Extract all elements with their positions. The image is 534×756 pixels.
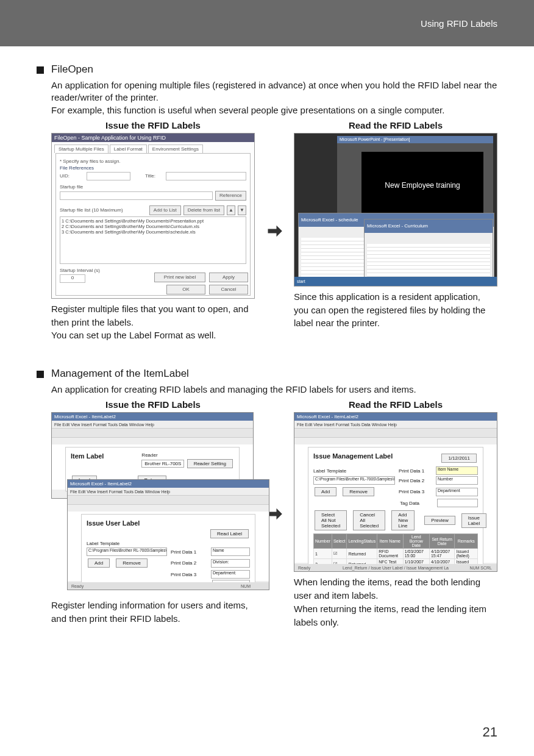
- uid-label: UID:: [60, 173, 84, 179]
- excel-management-window: Microsoft Excel - ItemLabel2 File Edit V…: [294, 412, 497, 572]
- template-path[interactable]: C:\Program Files\Brother RL-700S\Samples…: [87, 547, 167, 556]
- table-header: Number: [314, 534, 332, 549]
- move-up-button[interactable]: ▲: [227, 205, 235, 215]
- table-header: LendingStatus: [347, 534, 377, 549]
- add-line-button[interactable]: Add New Line: [391, 510, 415, 530]
- remove-button[interactable]: Remove: [343, 487, 374, 496]
- section-itemlabel: Management of the ItemLabel: [37, 368, 497, 380]
- xwin-b-title: Microsoft Excel - ItemLabel2: [68, 480, 269, 488]
- tab-labelformat[interactable]: Label Format: [110, 144, 147, 153]
- file-listbox[interactable]: 1 C:\Documents and Settings\Brother\My D…: [60, 216, 246, 264]
- reader-label: Reader: [141, 452, 234, 458]
- pd1-label: Print Data 1: [399, 468, 432, 474]
- read-label-button[interactable]: Read Label: [210, 529, 249, 538]
- header-title: Using RFID Labels: [421, 18, 497, 29]
- user-label-heading: Issue User Label: [87, 519, 250, 527]
- remove-button[interactable]: Remove: [116, 558, 148, 568]
- title-label: Title:: [145, 173, 163, 179]
- excel-stack-thumb: Microsoft Excel - ItemLabel2 File Edit V…: [51, 412, 255, 595]
- file-ref-group: File References: [60, 165, 246, 171]
- preview-button[interactable]: Preview: [424, 516, 455, 525]
- mgmt-label-heading: Issue Management Label: [313, 452, 393, 464]
- tab-startup[interactable]: Startup Multiple Files: [54, 144, 109, 153]
- bullet-icon: [37, 371, 44, 378]
- statusbar-num: NUM: [241, 584, 251, 588]
- title-input[interactable]: [166, 172, 246, 180]
- ppt-titlebar: Microsoft PowerPoint - [Presentation]: [337, 136, 493, 143]
- tag-label: Tag Data: [400, 501, 433, 506]
- xwin-b-menu: File Edit View Insert Format Tools Data …: [68, 488, 269, 495]
- move-down-button[interactable]: ▼: [238, 205, 246, 215]
- apply-button[interactable]: Apply: [209, 273, 248, 282]
- sec1-right-caption: Since this application is a resident app…: [294, 290, 497, 330]
- sec1-right-title: Read the RFID Labels: [294, 120, 497, 130]
- excel2-titlebar: Microsoft Excel - Curriculum: [365, 219, 493, 233]
- table-header: Set Return Date: [429, 534, 455, 549]
- desktop-thumb: Microsoft PowerPoint - [Presentation] Ne…: [294, 133, 497, 287]
- issue-label-button[interactable]: Issue Label: [461, 513, 487, 528]
- section1-heading: FileOpen: [51, 63, 93, 76]
- statusbar-ready: Ready: [298, 566, 310, 570]
- taskbar: start: [294, 277, 497, 286]
- fileopen-dialog-thumb: FileOpen - Sample Application for Using …: [51, 133, 255, 299]
- xwin-a-title: Microsoft Excel - ItemLabel2: [52, 413, 253, 421]
- startup-file-input[interactable]: [60, 191, 213, 200]
- pd2-label: Print Data 2: [171, 560, 207, 566]
- section1-desc: An application for opening multiple file…: [51, 79, 497, 116]
- list-item[interactable]: 2 C:\Documents and Settings\Brother\My D…: [62, 224, 244, 229]
- section-fileopen: FileOpen: [37, 63, 497, 76]
- ppt-slide: New Employee training: [361, 152, 483, 219]
- browse-button[interactable]: Reference: [215, 191, 246, 201]
- sheet-tabs[interactable]: Lend_Return / Issue User Label / Issue M…: [343, 566, 449, 570]
- select-all-button[interactable]: Select All Not Selected: [315, 510, 347, 530]
- add-button[interactable]: Add: [88, 558, 110, 568]
- template-label: Label Template: [87, 541, 119, 546]
- add-button[interactable]: Add: [315, 487, 336, 496]
- section2-heading: Management of the ItemLabel: [51, 368, 189, 380]
- arrow-icon: [266, 120, 283, 342]
- statusbar-ready: Ready: [71, 584, 84, 588]
- xwin-c-title: Microsoft Excel - ItemLabel2: [294, 413, 497, 421]
- pd3-select[interactable]: Department:: [211, 570, 250, 579]
- sec1-left-caption: Register multiple files that you want to…: [51, 302, 255, 342]
- delete-from-list-button[interactable]: Delete from list: [183, 205, 224, 215]
- list-item[interactable]: 3 C:\Documents and Settings\Brother\My D…: [62, 229, 244, 235]
- print-new-label-button[interactable]: Print new label: [154, 273, 205, 282]
- sec1-left-title: Issue the RFID Labels: [51, 120, 255, 130]
- sec2-right-title: Read the RFID Labels: [294, 399, 497, 410]
- sec2-left-title: Issue the RFID Labels: [51, 399, 255, 410]
- template-path[interactable]: C:\Program Files\Brother RL-700S\Samples…: [313, 476, 395, 485]
- ok-button[interactable]: OK: [166, 285, 205, 294]
- interval-input[interactable]: 0: [60, 274, 85, 283]
- specify-label: * Specify any files to assign.: [60, 159, 246, 164]
- table-header: Select: [332, 534, 346, 549]
- template-label: Label Template: [313, 468, 356, 474]
- reader-setting-button[interactable]: Reader Setting: [187, 459, 233, 468]
- xwin-a-menu: File Edit View Insert Format Tools Data …: [52, 421, 253, 428]
- startup-file-label: Startup file: [60, 184, 246, 190]
- list-item[interactable]: 1 C:\Documents and Settings\Brother\My D…: [62, 218, 244, 224]
- pd1-select[interactable]: Name: [211, 547, 250, 556]
- pd3-label: Print Data 3: [399, 489, 432, 494]
- tag-select[interactable]: [437, 499, 478, 507]
- pd1-select[interactable]: Item Name: [436, 466, 478, 475]
- pd2-select[interactable]: Number: [436, 476, 478, 485]
- add-to-list-button[interactable]: Add to List: [149, 205, 181, 215]
- uid-input[interactable]: [87, 172, 130, 180]
- section2-desc: An application for creating RFID labels …: [51, 383, 497, 396]
- cancel-all-button[interactable]: Cancel All Selected: [353, 510, 385, 530]
- table-row: 1☑ReturnedRFID Document1/03/2007 15:004/…: [314, 549, 478, 559]
- table-header: Lend Borrow Date: [403, 534, 429, 549]
- bullet-icon: [37, 66, 44, 74]
- cancel-button[interactable]: Cancel: [209, 285, 248, 294]
- page-header: Using RFID Labels: [0, 0, 534, 46]
- pd2-select[interactable]: Division:: [211, 559, 250, 568]
- date-field: 1/12/2011: [441, 454, 477, 463]
- pd2-label: Print Data 2: [399, 478, 432, 483]
- sec2-right-caption: When lending the items, read the both le…: [294, 576, 497, 629]
- excel-userlabel-window: Microsoft Excel - ItemLabel2 File Edit V…: [67, 479, 269, 590]
- item-label-heading: Item Label: [71, 452, 104, 460]
- xwin-c-menu: File Edit View Insert Format Tools Data …: [294, 421, 497, 428]
- tab-env[interactable]: Environment Settings: [148, 144, 203, 153]
- pd3-select[interactable]: Department: [436, 488, 478, 496]
